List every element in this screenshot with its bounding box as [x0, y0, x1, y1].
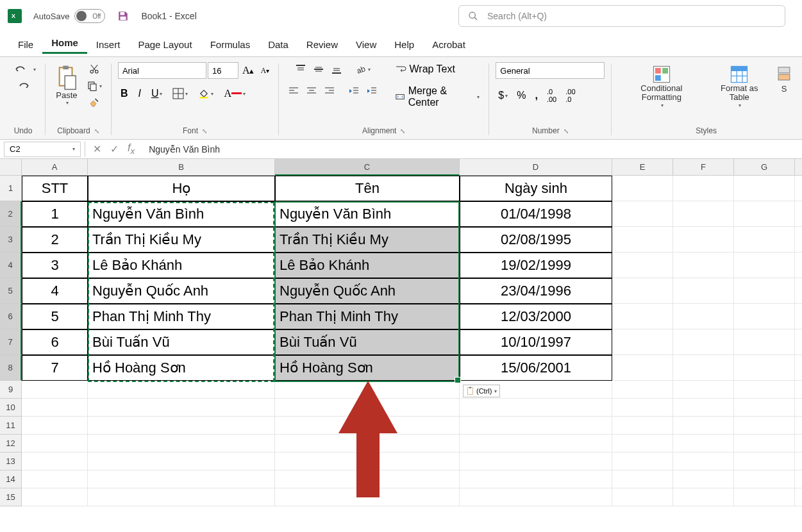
undo-button[interactable]: ▾ [8, 62, 38, 76]
cell-F1[interactable] [673, 176, 734, 201]
cell-C4[interactable]: Lê Bảo Khánh [275, 253, 460, 278]
cancel-formula-button[interactable]: ✕ [90, 142, 104, 156]
cell-blank-4[interactable] [795, 253, 802, 278]
cell-G9[interactable] [734, 381, 795, 399]
font-launcher[interactable]: ⤡ [202, 128, 207, 135]
cell-B5[interactable]: Nguyễn Quốc Anh [88, 278, 275, 304]
cell-F8[interactable] [673, 355, 734, 381]
cell-blank-7[interactable] [795, 329, 802, 355]
row-header-9[interactable]: 9 [0, 381, 22, 399]
cell-B1[interactable]: Họ [88, 176, 275, 201]
row-header-5[interactable]: 5 [0, 278, 22, 304]
cell-C9[interactable] [275, 381, 460, 399]
cell-B6[interactable]: Phan Thị Minh Thy [88, 304, 275, 329]
cell-G1[interactable] [734, 176, 795, 201]
format-painter-button[interactable] [86, 96, 103, 110]
cell-A15[interactable] [22, 488, 88, 506]
number-format-select[interactable] [496, 62, 605, 79]
cell-G14[interactable] [734, 470, 795, 488]
column-header-D[interactable]: D [460, 159, 612, 176]
cell-blank-2[interactable] [795, 201, 802, 227]
row-header-2[interactable]: 2 [0, 201, 22, 227]
wrap-text-button[interactable]: Wrap Text [392, 62, 458, 76]
cell-D4[interactable]: 19/02/1999 [460, 253, 612, 278]
cell-G15[interactable] [734, 488, 795, 506]
cell-A7[interactable]: 6 [22, 329, 88, 355]
cell-E6[interactable] [612, 304, 673, 329]
underline-button[interactable]: U▾ [149, 87, 165, 101]
number-launcher[interactable]: ⤡ [564, 128, 569, 135]
row-header-11[interactable]: 11 [0, 417, 22, 435]
cell-G6[interactable] [734, 304, 795, 329]
cell-A12[interactable] [22, 435, 88, 453]
increase-font-button[interactable]: A▴ [240, 63, 257, 78]
tab-page-layout[interactable]: Page Layout [129, 35, 201, 54]
cell-C10[interactable] [275, 399, 460, 417]
cell-B11[interactable] [88, 417, 275, 435]
cell-F12[interactable] [673, 435, 734, 453]
font-name-select[interactable] [118, 62, 206, 79]
cell-A8[interactable]: 7 [22, 355, 88, 381]
align-right-button[interactable] [321, 84, 338, 98]
increase-indent-button[interactable] [363, 84, 380, 98]
cell-E7[interactable] [612, 329, 673, 355]
cell-E9[interactable] [612, 381, 673, 399]
column-header-A[interactable]: A [22, 159, 88, 176]
cell-G5[interactable] [734, 278, 795, 304]
cell-F5[interactable] [673, 278, 734, 304]
cell-F4[interactable] [673, 253, 734, 278]
name-box[interactable]: C2 ▾ [4, 142, 81, 157]
cell-F9[interactable] [673, 381, 734, 399]
align-top-button[interactable] [292, 62, 309, 76]
cell-C13[interactable] [275, 453, 460, 470]
row-header-10[interactable]: 10 [0, 399, 22, 417]
cell-B8[interactable]: Hồ Hoàng Sơn [88, 355, 275, 381]
cell-D1[interactable]: Ngày sinh [460, 176, 612, 201]
decrease-decimal-button[interactable]: .00.0 [563, 87, 578, 104]
tab-acrobat[interactable]: Acrobat [423, 35, 474, 54]
merge-center-button[interactable]: Merge & Center ▾ [392, 84, 482, 110]
cell-C6[interactable]: Phan Thị Minh Thy [275, 304, 460, 329]
tab-insert[interactable]: Insert [87, 35, 129, 54]
clipboard-launcher[interactable]: ⤡ [94, 128, 99, 135]
formula-input[interactable]: Nguyễn Văn Bình [142, 144, 802, 154]
cell-blank-6[interactable] [795, 304, 802, 329]
cell-F13[interactable] [673, 453, 734, 470]
cell-D15[interactable] [460, 488, 612, 506]
cell-A2[interactable]: 1 [22, 201, 88, 227]
row-header-6[interactable]: 6 [0, 304, 22, 329]
font-size-select[interactable] [208, 62, 238, 79]
cell-D3[interactable]: 02/08/1995 [460, 227, 612, 253]
cell-D12[interactable] [460, 435, 612, 453]
fx-button[interactable]: fx [125, 141, 137, 157]
orientation-button[interactable]: ab▾ [353, 62, 373, 76]
row-header-14[interactable]: 14 [0, 470, 22, 488]
comma-button[interactable]: , [532, 88, 540, 103]
column-header-C[interactable]: C [275, 159, 460, 176]
cell-blank-9[interactable] [795, 381, 802, 399]
cell-E2[interactable] [612, 201, 673, 227]
fill-color-button[interactable]: ▾ [196, 87, 216, 101]
cell-C3[interactable]: Trần Thị Kiều My [275, 227, 460, 253]
column-header-blank[interactable] [795, 159, 802, 176]
currency-button[interactable]: $▾ [496, 88, 510, 103]
cell-C1[interactable]: Tên [275, 176, 460, 201]
row-header-7[interactable]: 7 [0, 329, 22, 355]
cell-A1[interactable]: STT [22, 176, 88, 201]
cell-E5[interactable] [612, 278, 673, 304]
column-header-B[interactable]: B [88, 159, 275, 176]
alignment-launcher[interactable]: ⤡ [400, 128, 405, 135]
align-center-button[interactable] [303, 84, 320, 98]
increase-decimal-button[interactable]: .0.00 [544, 87, 559, 104]
row-header-15[interactable]: 15 [0, 488, 22, 506]
percent-button[interactable]: % [514, 88, 528, 103]
cell-D8[interactable]: 15/06/2001 [460, 355, 612, 381]
select-all-corner[interactable] [0, 159, 22, 176]
cell-F11[interactable] [673, 417, 734, 435]
cell-G3[interactable] [734, 227, 795, 253]
cell-E15[interactable] [612, 488, 673, 506]
cell-A6[interactable]: 5 [22, 304, 88, 329]
tab-view[interactable]: View [347, 35, 385, 54]
column-header-G[interactable]: G [734, 159, 795, 176]
cell-A10[interactable] [22, 399, 88, 417]
